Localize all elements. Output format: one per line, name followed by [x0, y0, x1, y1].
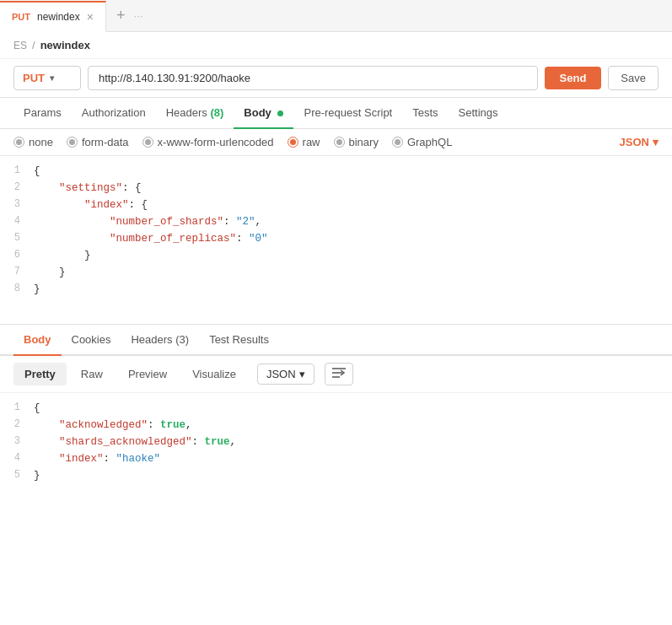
method-select[interactable]: PUT ▾: [13, 66, 81, 90]
line-content: "acknowledged": true,: [34, 417, 672, 434]
response-tab-body[interactable]: Body: [13, 325, 62, 356]
line-content: }: [34, 247, 672, 264]
radio-graphql[interactable]: GraphQL: [392, 136, 452, 148]
radio-form-data-circle: [67, 137, 78, 148]
response-tab-test-results[interactable]: Test Results: [199, 325, 279, 356]
tab-name: newindex: [37, 11, 80, 23]
line-number: 2: [0, 417, 34, 433]
response-code-line: 3 "shards_acknowledged": true,: [0, 434, 672, 450]
line-number: 1: [0, 400, 34, 416]
request-code-line: 5 "number_of_replicas": "0": [0, 230, 672, 247]
format-preview[interactable]: Preview: [117, 363, 178, 385]
line-number: 4: [0, 450, 34, 466]
tab-pre-request-script[interactable]: Pre-request Script: [293, 98, 402, 129]
breadcrumb: ES / newindex: [0, 32, 672, 59]
line-number: 5: [0, 467, 34, 483]
radio-urlencoded-circle: [142, 137, 153, 148]
radio-form-data[interactable]: form-data: [67, 136, 129, 148]
radio-binary[interactable]: binary: [334, 136, 379, 148]
tab-tests[interactable]: Tests: [402, 98, 448, 129]
request-code-line: 6 }: [0, 247, 672, 264]
response-body-display: 1{2 "acknowledged": true,3 "shards_ackno…: [0, 393, 672, 491]
line-content: "number_of_shards": "2",: [34, 213, 672, 230]
request-code-line: 7 }: [0, 264, 672, 281]
line-number: 2: [0, 180, 34, 196]
tab-close-icon[interactable]: ×: [87, 11, 94, 23]
response-json-select[interactable]: JSON ▾: [257, 364, 314, 385]
line-number: 3: [0, 197, 34, 213]
json-dropdown-icon: ▾: [653, 136, 659, 148]
line-content: "index": "haoke": [34, 450, 672, 467]
line-content: }: [34, 264, 672, 281]
line-content: "index": {: [34, 197, 672, 213]
send-button[interactable]: Send: [545, 67, 602, 89]
line-number: 8: [0, 281, 34, 297]
breadcrumb-name: newindex: [40, 39, 90, 51]
request-code-line: 2 "settings": {: [0, 180, 672, 197]
line-content: {: [34, 163, 672, 180]
add-tab-icon[interactable]: +: [116, 7, 126, 24]
tab-authorization[interactable]: Authorization: [72, 98, 156, 129]
tab-body[interactable]: Body: [234, 98, 293, 129]
line-number: 5: [0, 230, 34, 246]
radio-raw-circle: [288, 137, 298, 148]
format-pretty[interactable]: Pretty: [13, 363, 67, 385]
tab-headers[interactable]: Headers (8): [156, 98, 234, 129]
line-content: }: [34, 281, 672, 298]
line-content: "settings": {: [34, 180, 672, 197]
url-bar: PUT ▾ Send Save: [0, 59, 672, 98]
radio-none-circle: [13, 137, 24, 148]
response-code-line: 4 "index": "haoke": [0, 450, 672, 467]
line-content: }: [34, 467, 672, 484]
line-number: 1: [0, 163, 34, 179]
tab-settings[interactable]: Settings: [449, 98, 508, 129]
body-type-row: none form-data x-www-form-urlencoded raw…: [0, 129, 672, 156]
active-tab[interactable]: PUT newindex ×: [0, 1, 106, 32]
tab-method: PUT: [12, 12, 30, 22]
url-input[interactable]: [88, 66, 538, 90]
tab-params[interactable]: Params: [13, 98, 72, 129]
line-number: 4: [0, 213, 34, 229]
radio-binary-circle: [334, 137, 345, 148]
line-number: 7: [0, 264, 34, 280]
tab-add[interactable]: + ···: [106, 7, 153, 24]
request-code-line: 4 "number_of_shards": "2",: [0, 213, 672, 230]
tab-bar: PUT newindex × + ···: [0, 0, 672, 32]
response-json-dropdown-icon: ▾: [299, 368, 305, 380]
response-format-row: Pretty Raw Preview Visualize JSON ▾: [0, 356, 672, 393]
wrap-button[interactable]: [325, 363, 353, 385]
response-code-line: 5}: [0, 467, 672, 484]
method-label: PUT: [23, 72, 45, 84]
radio-raw[interactable]: raw: [288, 136, 320, 148]
line-content: {: [34, 400, 672, 417]
radio-urlencoded[interactable]: x-www-form-urlencoded: [142, 136, 274, 148]
format-visualize[interactable]: Visualize: [181, 363, 247, 385]
response-tab-headers[interactable]: Headers (3): [121, 325, 199, 356]
response-tab-cookies[interactable]: Cookies: [62, 325, 121, 356]
line-content: "shards_acknowledged": true,: [34, 434, 672, 450]
radio-graphql-circle: [392, 137, 403, 148]
response-nav-tabs: Body Cookies Headers (3) Test Results: [0, 325, 672, 356]
method-dropdown-icon: ▾: [50, 73, 54, 83]
json-format-select[interactable]: JSON ▾: [620, 136, 659, 148]
save-button[interactable]: Save: [608, 66, 659, 90]
request-body-editor[interactable]: 1{2 "settings": {3 "index": {4 "number_o…: [0, 156, 672, 325]
request-code-line: 3 "index": {: [0, 197, 672, 213]
request-nav-tabs: Params Authorization Headers (8) Body Pr…: [0, 98, 672, 129]
request-code-line: 1{: [0, 163, 672, 180]
format-raw[interactable]: Raw: [70, 363, 114, 385]
response-code-line: 1{: [0, 400, 672, 417]
body-dot: [277, 110, 283, 116]
line-number: 3: [0, 434, 34, 450]
breadcrumb-separator: /: [32, 39, 35, 51]
radio-none[interactable]: none: [13, 136, 53, 148]
line-number: 6: [0, 247, 34, 263]
response-section: Body Cookies Headers (3) Test Results Pr…: [0, 325, 672, 491]
response-code-line: 2 "acknowledged": true,: [0, 417, 672, 434]
line-content: "number_of_replicas": "0": [34, 230, 672, 247]
request-code-line: 8}: [0, 281, 672, 298]
breadcrumb-prefix: ES: [13, 40, 27, 51]
